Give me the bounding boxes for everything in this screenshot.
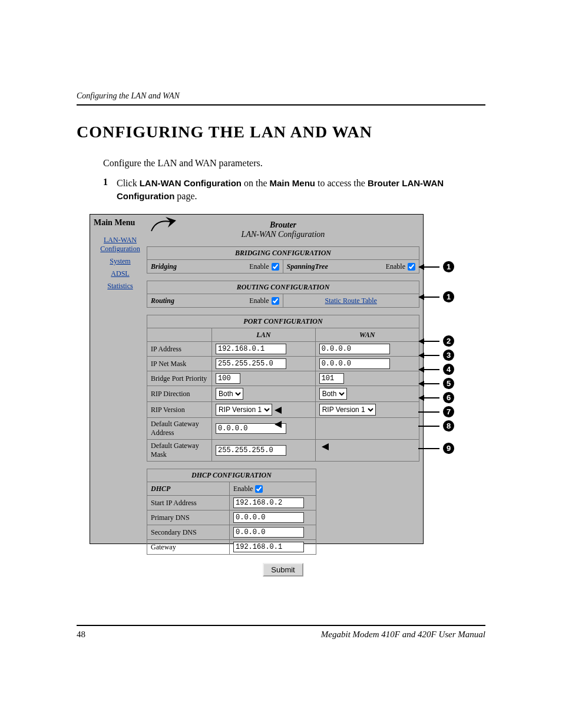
callout-badge: 6: [443, 392, 454, 403]
dhcp-enable-checkbox[interactable]: [255, 485, 263, 493]
port-section-header: PORT CONFIGURATION: [147, 315, 419, 328]
content-title: Brouter: [147, 220, 419, 230]
callout-badge: 9: [443, 443, 454, 454]
wan-column-header: WAN: [316, 328, 419, 341]
menu-statistics[interactable]: Statistics: [95, 282, 146, 291]
routing-row: Routing Enable Static Route Table: [147, 294, 419, 308]
page-footer: 48 Megabit Modem 410F and 420F User Manu…: [77, 625, 485, 640]
wan-rip-ver-select[interactable]: RIP Version 1: [319, 404, 376, 416]
page-heading: CONFIGURING THE LAN AND WAN: [77, 123, 372, 141]
spanningtree-enable-checkbox[interactable]: [408, 263, 415, 271]
lan-rip-dir-select[interactable]: Both: [216, 388, 243, 400]
lan-rip-ver-select[interactable]: RIP Version 1: [216, 404, 272, 416]
callout-arrow-icon: [275, 421, 282, 428]
callout-arrow-icon: [275, 407, 282, 414]
dhcp-secondary-dns-input[interactable]: [233, 527, 304, 538]
wan-rip-dir-select[interactable]: Both: [319, 388, 347, 400]
dhcp-start-ip-input[interactable]: [233, 498, 304, 508]
dhcp-primary-dns-input[interactable]: [233, 512, 304, 523]
wan-netmask-input[interactable]: [319, 358, 390, 369]
lan-netmask-input[interactable]: [216, 358, 286, 369]
lan-bpp-input[interactable]: [216, 373, 240, 384]
menu-adsl[interactable]: ADSL: [95, 269, 146, 278]
wan-ip-input[interactable]: [319, 344, 390, 354]
wan-bpp-input[interactable]: [319, 373, 344, 384]
callout-arrow-icon: [322, 443, 329, 450]
callout-badge: 5: [443, 378, 454, 389]
submit-button[interactable]: Submit: [263, 563, 303, 577]
main-menu-title: Main Menu: [94, 218, 135, 228]
main-menu: LAN-WAN Configuration➚ System ADSL Stati…: [95, 232, 146, 294]
content-subtitle: LAN-WAN Configuration: [147, 230, 419, 239]
footer-title: Megabit Modem 410F and 420F User Manual: [321, 630, 485, 640]
menu-lan-wan[interactable]: LAN-WAN Configuration➚: [95, 236, 146, 253]
screenshot-panel: Main Menu LAN-WAN Configuration➚ System …: [90, 214, 424, 544]
callout-badge: 4: [443, 364, 454, 375]
routing-section-header: ROUTING CONFIGURATION: [147, 281, 419, 294]
menu-system[interactable]: System: [95, 257, 146, 266]
page-number: 48: [77, 630, 85, 640]
bridging-row: Bridging Enable SpanningTree Enable: [147, 260, 419, 274]
step-text: Click LAN-WAN Configuration on the Main …: [117, 177, 482, 202]
gateway-mask-input[interactable]: [216, 445, 286, 456]
bridging-section-header: BRIDGING CONFIGURATION: [147, 246, 419, 260]
bridging-enable-checkbox[interactable]: [272, 263, 279, 271]
callout-badge: 1: [443, 291, 454, 302]
callout-badge: 8: [443, 420, 454, 431]
intro-text: Configure the LAN and WAN parameters.: [103, 158, 263, 169]
dhcp-gateway-input[interactable]: [233, 542, 304, 552]
dhcp-section-header: DHCP CONFIGURATION: [147, 469, 316, 482]
callout-badge: 1: [443, 261, 454, 272]
step-number: 1: [103, 177, 108, 187]
callout-badge: 3: [443, 350, 454, 361]
static-route-table-link[interactable]: Static Route Table: [325, 297, 377, 305]
callout-badge: 7: [443, 406, 454, 417]
lan-column-header: LAN: [212, 328, 316, 341]
callout-badge: 2: [443, 335, 454, 347]
lan-ip-input[interactable]: [216, 344, 286, 354]
routing-enable-checkbox[interactable]: [272, 297, 279, 305]
running-head: Configuring the LAN and WAN: [77, 91, 485, 106]
